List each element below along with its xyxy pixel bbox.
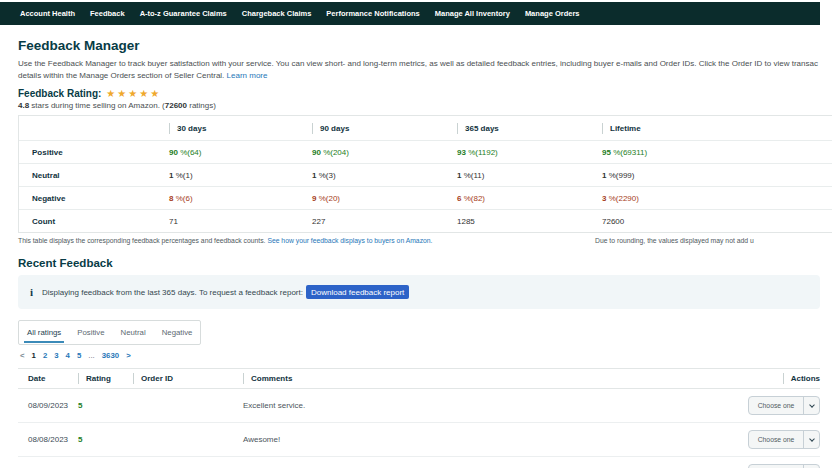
metrics-row-positive-label: Positive [19,148,169,157]
feedback-row-2-actions: Choose one [753,430,820,449]
pagination-ellipsis: ... [88,351,95,360]
header-actions: Actions [753,373,820,384]
metrics-row-neutral-label: Neutral [19,171,169,180]
metrics-positive-lifetime: 95 %(69311) [602,148,832,157]
header-comments: Comments [243,373,753,384]
rating-summary: 4.8 stars during time selling on Amazon.… [18,101,820,110]
info-icon: i [30,287,33,298]
nav-item-performance-notifications[interactable]: Performance Notifications [326,9,419,18]
choose-one-dropdown[interactable]: Choose one [748,396,820,415]
rating-filter-tabs: All ratings Positive Neutral Negative [18,320,201,345]
header-actions-label: Actions [783,373,820,384]
pagination-page-3630[interactable]: 3630 [102,351,119,360]
nav-item-chargeback-claims[interactable]: Chargeback Claims [242,9,312,18]
feedback-rating-label: Feedback Rating: [18,88,101,99]
metrics-row-count: Count 71 227 1285 72600 [19,209,832,232]
metrics-neutral-365d: 1 %(11) [457,171,602,180]
feedback-table-header: Date Rating Order ID Comments Actions [18,368,820,389]
learn-more-link[interactable]: Learn more [227,71,268,80]
metrics-header-row: 30 days 90 days 365 days Lifetime [19,116,832,140]
nav-item-account-health[interactable]: Account Health [20,9,75,18]
rating-summary-mid: stars during time selling on Amazon. ( [29,101,165,110]
nav-item-manage-orders[interactable]: Manage Orders [525,9,580,18]
star-rating-icons: ★★★★★ [106,88,161,99]
metrics-header-lifetime: Lifetime [602,123,832,134]
value-count: %(82) [461,194,485,203]
pagination-page-3[interactable]: 3 [54,351,58,360]
metrics-row-positive: Positive 90 %(64) 90 %(204) 93 %(1192) 9… [19,140,832,163]
header-rating-label: Rating [78,373,111,384]
recent-feedback-title: Recent Feedback [18,257,820,269]
value-count: %(20) [316,194,340,203]
metrics-neutral-90d: 1 %(3) [312,171,457,180]
header-order-id-label: Order ID [133,373,173,384]
feedback-row-1-rating: 5 [78,401,133,410]
metrics-negative-30d: 8 %(6) [169,194,312,203]
pagination-prev-icon[interactable]: < [20,351,25,360]
metrics-negative-365d: 6 %(82) [457,194,602,203]
metrics-row-neutral: Neutral 1 %(1) 1 %(3) 1 %(11) 1 %(999) [19,163,832,186]
value-count: %(2290) [606,194,638,203]
page-description-line1: Use the Feedback Manager to track buyer … [18,58,820,70]
metrics-count-365d: 1285 [457,217,602,226]
feedback-row-1: 08/09/2023 5 Excellent service. Choose o… [18,389,820,423]
choose-one-dropdown[interactable]: Choose one [748,430,820,449]
feedback-row-1-comment: Excellent service. [243,401,753,410]
metrics-count-90d: 227 [312,217,457,226]
pagination-page-2[interactable]: 2 [43,351,47,360]
metrics-negative-lifetime: 3 %(2290) [602,194,832,203]
value-count: %(64) [178,148,202,157]
nav-item-manage-all-inventory[interactable]: Manage All Inventory [435,9,510,18]
page-title: Feedback Manager [18,38,820,53]
nav-item-feedback[interactable]: Feedback [90,9,125,18]
download-feedback-report-button[interactable]: Download feedback report [306,285,409,299]
page-description-line2-text: details within the Manage Orders section… [18,71,224,80]
feedback-row-3: 08/08/2023 5 was as described Choose one [18,457,820,468]
feedback-row-3-actions: Choose one [753,464,820,468]
metrics-row-negative: Negative 8 %(6) 9 %(20) 6 %(82) 3 %(2290… [19,186,832,209]
metrics-header-90-days: 90 days [312,123,457,134]
tab-positive[interactable]: Positive [69,321,112,344]
metrics-neutral-30d: 1 %(1) [169,171,312,180]
rating-summary-suffix: ratings) [187,101,216,110]
feedback-row-1-actions: Choose one [753,396,820,415]
main-content: Feedback Manager Use the Feedback Manage… [0,38,832,468]
feedback-row-2: 08/08/2023 5 Awesome! Choose one [18,423,820,457]
value-pct: 227 [312,217,325,226]
recent-feedback-table: Date Rating Order ID Comments Actions 08… [18,368,820,468]
footnote-link[interactable]: See how your feedback displays to buyers… [267,237,432,244]
pagination-page-1[interactable]: 1 [32,351,36,360]
pagination-page-5[interactable]: 5 [77,351,81,360]
feedback-row-2-rating: 5 [78,435,133,444]
pagination-next-icon[interactable]: > [126,351,131,360]
metrics-footnotes: This table displays the corresponding fe… [18,237,820,247]
nav-item-a-to-z-claims[interactable]: A-to-z Guarantee Claims [140,9,227,18]
pagination-page-4[interactable]: 4 [66,351,70,360]
tab-all-ratings[interactable]: All ratings [19,321,69,344]
value-pct: 93 [457,148,466,157]
value-pct: 90 [169,148,178,157]
metrics-count-lifetime: 72600 [602,217,832,226]
tab-negative[interactable]: Negative [154,321,201,344]
footnote-right: Due to rounding, the values displayed ma… [595,237,754,244]
chevron-down-icon[interactable] [804,439,819,441]
choose-one-dropdown[interactable]: Choose one [748,464,820,468]
value-count: %(204) [321,148,349,157]
value-count: %(69311) [611,148,647,157]
metrics-header-30-days-label: 30 days [169,123,206,134]
top-nav: Account Health Feedback A-to-z Guarantee… [0,2,820,25]
feedback-row-1-date: 08/09/2023 [18,401,78,410]
metrics-positive-365d: 93 %(1192) [457,148,602,157]
choose-one-label: Choose one [749,436,803,443]
value-count: %(11) [461,171,484,180]
feedback-row-2-comment: Awesome! [243,435,753,444]
page-description: Use the Feedback Manager to track buyer … [18,58,820,81]
value-count: %(1192) [466,148,498,157]
choose-one-label: Choose one [749,402,803,409]
value-pct: 71 [169,217,178,226]
value-pct: 72600 [602,217,624,226]
value-count: %(999) [606,171,634,180]
feedback-row-2-date: 08/08/2023 [18,435,78,444]
tab-neutral[interactable]: Neutral [113,321,154,344]
chevron-down-icon[interactable] [804,405,819,407]
